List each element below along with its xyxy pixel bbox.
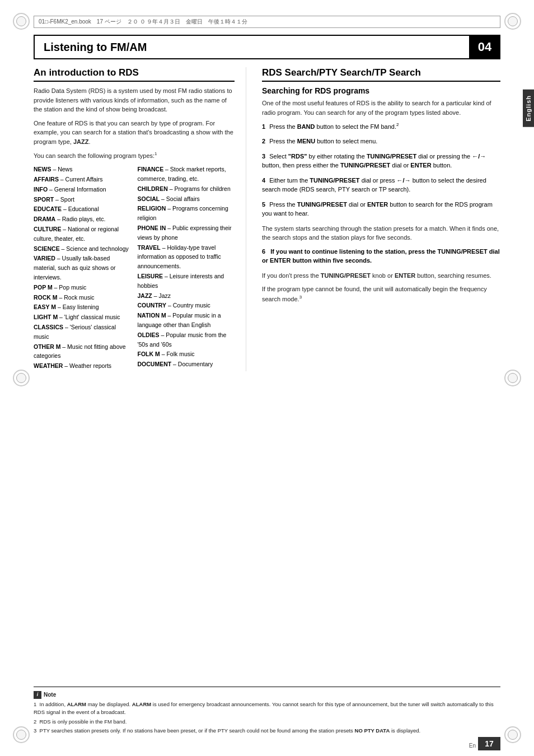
english-tab: English [523, 90, 534, 127]
prog-social: SOCIAL – Social affairs [138, 194, 235, 204]
corner-decoration-tl [10, 10, 32, 32]
prog-travel: TRAVEL – Holiday-type travel information… [138, 243, 235, 271]
file-info-bar: 01□-F6MK2_en.book 17 ページ ２０ ０ ９年４月３日 金曜日… [34, 16, 500, 28]
corner-decoration-mr [502, 367, 524, 389]
step-1: 1 Press the BAND button to select the FM… [262, 122, 500, 131]
step-1-num: 1 [262, 123, 265, 130]
right-column: RDS Search/PTY Search/TP Search Searchin… [262, 67, 500, 371]
prog-nationm: NATION M – Popular music in a language o… [138, 311, 235, 330]
step-3: 3 Select "RDS" by either rotating the TU… [262, 152, 500, 170]
columns-layout: An introduction to RDS Radio Data System… [34, 67, 500, 371]
step-6-text: 6 If you want to continue listening to t… [262, 248, 500, 264]
step-4-num: 4 [262, 177, 265, 184]
step-4: 4 Either turn the TUNING/PRESET dial or … [262, 176, 500, 194]
prog-sport: SPORT – Sport [34, 195, 131, 204]
note-header: i Note [34, 690, 500, 699]
step-3-num: 3 [262, 153, 265, 160]
prog-science: SCIENCE – Science and technology [34, 244, 131, 254]
left-section-heading: An introduction to RDS [34, 67, 235, 82]
prog-phonein: PHONE IN – Public expressing their views… [138, 223, 235, 242]
step-2-num: 2 [262, 138, 265, 144]
prog-easym: EASY M – Easy listening [34, 302, 131, 312]
prog-religion: RELIGION – Programs concerning religion [138, 204, 235, 223]
note-icon: i [34, 691, 41, 699]
step-1-text: Press the BAND button to select the FM b… [269, 123, 399, 130]
intro-para-2: One feature of RDS is that you can searc… [34, 119, 235, 147]
prog-weather: WEATHER – Weather reports [34, 361, 131, 371]
step-2-text: Press the MENU button to select menu. [269, 138, 377, 144]
program-col-1: NEWS – News AFFAIRS – Current Affairs IN… [34, 165, 131, 371]
page-number: 17 [478, 737, 500, 750]
program-types-table: NEWS – News AFFAIRS – Current Affairs IN… [34, 165, 235, 371]
prog-drama: DRAMA – Radio plays, etc. [34, 214, 131, 224]
prog-classics: CLASSICS – 'Serious' classical music [34, 323, 131, 342]
prog-affairs: AFFAIRS – Current Affairs [34, 175, 131, 184]
step-2: 2 Press the MENU button to select menu. [262, 137, 500, 146]
note-2: 2 RDS is only possible in the FM band. [34, 718, 500, 726]
step-4-text: Either turn the TUNING/PRESET dial or pr… [262, 177, 486, 193]
page-label: En [469, 743, 476, 749]
prog-info: INFO – General Information [34, 185, 131, 194]
corner-decoration-tr [502, 10, 524, 32]
prog-country: COUNTRY – Country music [138, 301, 235, 310]
prog-rockm: ROCK M – Rock music [34, 293, 131, 302]
prog-document: DOCUMENT – Documentary [138, 360, 235, 369]
chapter-number-box: 04 [469, 35, 500, 59]
file-info-text: 01□-F6MK2_en.book 17 ページ ２０ ０ ９年４月３日 金曜日… [39, 18, 247, 26]
prog-finance: FINANCE – Stock market reports, commerce… [138, 165, 235, 184]
corner-decoration-bl [10, 724, 32, 746]
prog-news: NEWS – News [34, 165, 131, 174]
chapter-number: 04 [478, 40, 491, 54]
prog-folkm: FOLK M – Folk music [138, 349, 235, 359]
prog-culture: CULTURE – National or regional culture, … [34, 225, 131, 244]
prog-leisure: LEISURE – Leisure interests and hobbies [138, 272, 235, 291]
note-section: i Note 1 In addition, ALARM may be displ… [34, 687, 500, 736]
chapter-title-box: Listening to FM/AM [34, 35, 469, 59]
program-col-2: FINANCE – Stock market reports, commerce… [138, 165, 235, 371]
after-step5-text: The system starts searching through the … [262, 224, 500, 242]
chapter-title: Listening to FM/AM [44, 41, 147, 54]
corner-decoration-br [502, 724, 524, 746]
prog-popm: POP M – Pop music [34, 283, 131, 292]
prog-jazz: JAZZ – Jazz [138, 291, 235, 301]
right-section-heading: RDS Search/PTY Search/TP Search [262, 67, 500, 82]
step-5: 5 Press the TUNING/PRESET dial or ENTER … [262, 200, 500, 218]
note-1: 1 In addition, ALARM may be displayed. A… [34, 701, 500, 717]
prog-varied: VARIED – Usually talk-based material, su… [34, 254, 131, 282]
prog-lightm: LIGHT M – 'Light' classical music [34, 312, 131, 322]
after-step6a: If you don't press the TUNING/PRESET kno… [262, 271, 500, 281]
note-3: 3 PTY searches station presets only. If … [34, 727, 500, 735]
left-column: An introduction to RDS Radio Data System… [34, 67, 246, 371]
step-6: 6 If you want to continue listening to t… [262, 247, 500, 265]
intro-para-3: You can search the following program typ… [34, 151, 235, 160]
prog-otherm: OTHER M – Music not fitting above catego… [34, 342, 131, 361]
prog-oldies: OLDIES – Popular music from the '50s and… [138, 330, 235, 349]
note-label: Note [44, 690, 56, 699]
main-content: An introduction to RDS Radio Data System… [34, 67, 500, 700]
prog-educate: EDUCATE – Educational [34, 204, 131, 214]
step-5-num: 5 [262, 201, 265, 208]
step-3-text: Select "RDS" by either rotating the TUNI… [262, 153, 486, 169]
prog-children: CHILDREN – Programs for children [138, 184, 235, 194]
searching-subheading: Searching for RDS programs [262, 86, 500, 95]
chapter-header: Listening to FM/AM 04 [34, 35, 500, 59]
rds-intro: One of the most useful features of RDS i… [262, 99, 500, 117]
corner-decoration-ml [10, 367, 32, 389]
intro-para-1: Radio Data System (RDS) is a system used… [34, 86, 235, 114]
step-5-text: Press the TUNING/PRESET dial or ENTER bu… [262, 201, 493, 217]
after-step6b: If the program type cannot be found, the… [262, 284, 500, 304]
